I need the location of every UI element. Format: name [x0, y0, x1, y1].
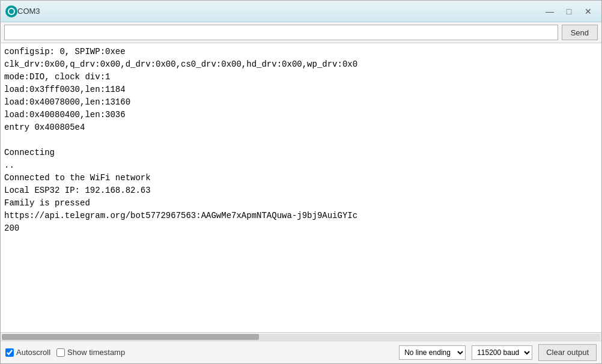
scrollbar-thumb[interactable] — [2, 334, 259, 340]
baud-rate-select[interactable]: 300 baud1200 baud2400 baud4800 baud9600 … — [472, 345, 532, 360]
window-title: COM3 — [17, 7, 541, 16]
show-timestamp-label[interactable]: Show timestamp — [56, 348, 125, 357]
title-bar: COM3 — □ ✕ — [1, 1, 601, 22]
autoscroll-checkbox[interactable] — [5, 348, 14, 357]
send-input[interactable] — [4, 25, 558, 40]
show-timestamp-checkbox[interactable] — [56, 348, 65, 357]
arduino-icon — [5, 5, 17, 17]
status-bar: Autoscroll Show timestamp No line ending… — [1, 341, 601, 363]
send-button[interactable]: Send — [562, 25, 598, 40]
clear-output-button[interactable]: Clear output — [538, 344, 597, 361]
serial-output-area[interactable]: configsip: 0, SPIWP:0xee clk_drv:0x00,q_… — [1, 43, 601, 332]
main-window: COM3 — □ ✕ Send configsip: 0, SPIWP:0xee… — [0, 0, 602, 364]
show-timestamp-text: Show timestamp — [67, 348, 125, 357]
scrollbar-track — [2, 334, 600, 340]
title-controls: — □ ✕ — [541, 5, 597, 18]
horizontal-scrollbar[interactable] — [1, 332, 601, 341]
toolbar: Send — [1, 22, 601, 43]
minimize-button[interactable]: — — [541, 5, 558, 18]
line-ending-select[interactable]: No line endingNewlineCarriage returnBoth… — [399, 345, 466, 360]
autoscroll-text: Autoscroll — [16, 348, 50, 357]
close-button[interactable]: ✕ — [580, 5, 597, 18]
autoscroll-label[interactable]: Autoscroll — [5, 348, 50, 357]
maximize-button[interactable]: □ — [561, 5, 577, 18]
